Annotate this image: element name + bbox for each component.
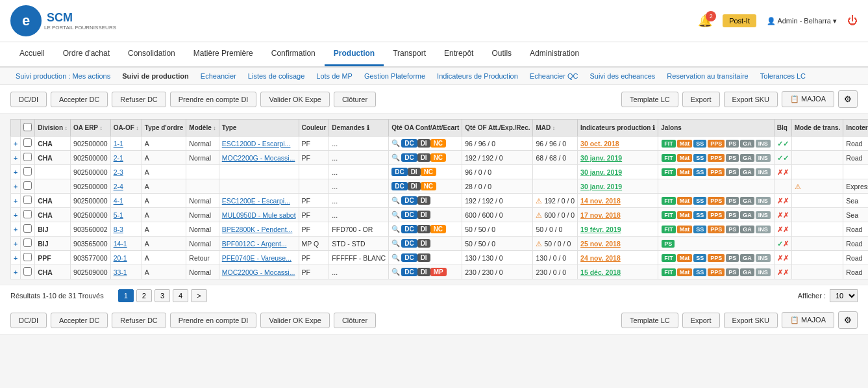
row-checkbox[interactable] <box>23 167 32 175</box>
subnav-item-echeancier[interactable]: Echeancier <box>195 70 242 82</box>
expand-cell[interactable]: + <box>11 151 21 165</box>
page-btn-2[interactable]: 2 <box>136 289 152 302</box>
expand-cell[interactable]: + <box>11 265 21 279</box>
search-icon[interactable]: 🔍 <box>391 153 400 161</box>
subnav-item-indicateurs[interactable]: Indicateurs de Production <box>432 70 523 82</box>
search-icon[interactable]: 🔍 <box>391 268 400 276</box>
search-icon[interactable]: 🔍 <box>391 211 400 218</box>
mad-date[interactable]: 24 nov. 2018 <box>580 254 621 262</box>
search-icon[interactable]: 🔍 <box>391 196 400 204</box>
modele-cell[interactable] <box>219 165 299 179</box>
subnav-item-tolerances[interactable]: Tolerances LC <box>755 70 811 82</box>
notifications-button[interactable]: 🔔 2 <box>698 14 712 28</box>
subnav-item-suivi[interactable]: Suivi de production <box>117 70 194 82</box>
row-checkbox[interactable] <box>23 138 32 147</box>
modele-cell[interactable]: MOC2200G - Mocassi... <box>219 151 299 165</box>
di-badge[interactable]: DI <box>417 253 430 262</box>
mad-cell[interactable]: 15 déc. 2018 <box>578 265 658 279</box>
expand-cell[interactable]: + <box>11 237 21 251</box>
row-checkbox[interactable] <box>23 210 32 218</box>
mad-cell[interactable]: 19 févr. 2019 <box>578 222 658 237</box>
page-btn->[interactable]: > <box>191 289 206 302</box>
mad-date[interactable]: 14 nov. 2018 <box>580 197 621 205</box>
settings-button[interactable]: ⚙ <box>838 311 858 329</box>
oa-of-cell[interactable]: 4-1 <box>110 194 142 208</box>
mad-cell[interactable]: 17 nov. 2018 <box>578 208 658 222</box>
template-button[interactable]: Template LC <box>621 92 678 107</box>
dc-badge[interactable]: DC <box>391 182 407 190</box>
export-button[interactable]: Export <box>682 313 720 328</box>
di-badge[interactable]: DI <box>417 153 430 162</box>
dc-badge[interactable]: DC <box>401 196 417 205</box>
power-button[interactable]: ⏻ <box>847 15 858 27</box>
export_sku-button[interactable]: Export SKU <box>724 92 778 107</box>
oa-of-cell[interactable]: 2-3 <box>110 165 142 179</box>
oa-of-cell[interactable]: 2-4 <box>110 179 142 194</box>
subnav-item-gestion[interactable]: Gestion Plateforme <box>359 70 430 82</box>
modele-cell[interactable]: ESC1200D - Escarpi... <box>219 136 299 151</box>
postit-button[interactable]: Post-It <box>723 14 756 27</box>
refuser-button[interactable]: Refuser DC <box>112 92 166 107</box>
expand-cell[interactable]: + <box>11 179 21 194</box>
modele-cell[interactable]: BPE2800K - Pendent... <box>219 222 299 237</box>
modele-cell[interactable] <box>219 179 299 194</box>
expand-cell[interactable]: + <box>11 251 21 265</box>
dc-badge[interactable]: DC <box>401 239 417 248</box>
mad-date[interactable]: 17 nov. 2018 <box>580 211 621 219</box>
th-oa-of[interactable]: OA-OF <box>110 120 142 136</box>
oa-of-cell[interactable]: 14-1 <box>110 237 142 251</box>
mad-cell[interactable]: 30 janv. 2019 <box>578 165 658 179</box>
expand-cell[interactable]: + <box>11 222 21 237</box>
valider-button[interactable]: Valider OK Expe <box>260 313 330 328</box>
mp-badge[interactable]: MP <box>430 268 447 276</box>
expand-cell[interactable]: + <box>11 136 21 151</box>
majoa-button[interactable]: 📋 MAJOA <box>782 91 834 107</box>
di-badge[interactable]: DI <box>417 211 430 219</box>
nav-item-production[interactable]: Production <box>325 42 384 66</box>
modele-cell[interactable]: BPF0012C - Argent... <box>219 237 299 251</box>
show-select[interactable]: 10 25 50 <box>830 289 858 302</box>
oa-of-cell[interactable]: 33-1 <box>110 265 142 279</box>
modele-cell[interactable]: ESC1200E - Escarpi... <box>219 194 299 208</box>
template-button[interactable]: Template LC <box>621 313 678 328</box>
mad-cell[interactable]: 24 nov. 2018 <box>578 251 658 265</box>
row-checkbox[interactable] <box>23 253 32 261</box>
oa-of-cell[interactable]: 8-3 <box>110 222 142 237</box>
nav-item-ordre[interactable]: Ordre d'achat <box>54 42 119 66</box>
subnav-item-mes-actions[interactable]: Suivi production : Mes actions <box>10 70 116 82</box>
dc-badge[interactable]: DC <box>401 268 417 276</box>
prendre-button[interactable]: Prendre en compte DI <box>170 92 257 107</box>
row-checkbox[interactable] <box>23 181 32 190</box>
row-checkbox[interactable] <box>23 224 32 233</box>
subnav-item-reservation[interactable]: Reservation au transitaire <box>662 70 753 82</box>
oa-of-cell[interactable]: 2-1 <box>110 151 142 165</box>
nc-badge[interactable]: NC <box>421 182 436 190</box>
di-badge[interactable]: DI <box>417 225 430 233</box>
expand-cell[interactable]: + <box>11 208 21 222</box>
dc-badge[interactable]: DC <box>401 253 417 262</box>
mad-cell[interactable]: 30 oct. 2018 <box>578 136 658 151</box>
nc-badge[interactable]: NC <box>421 168 436 176</box>
subnav-item-colisage[interactable]: Listes de colisage <box>243 70 310 82</box>
valider-button[interactable]: Valider OK Expe <box>260 92 330 107</box>
modele-cell[interactable]: PFE0740E - Vareuse... <box>219 251 299 265</box>
page-btn-4[interactable]: 4 <box>173 289 188 302</box>
nc-badge[interactable]: NC <box>430 139 446 148</box>
nav-item-accueil[interactable]: Accueil <box>10 42 54 66</box>
mad-cell[interactable]: 30 janv. 2019 <box>578 179 658 194</box>
di-badge[interactable]: DI <box>417 139 430 148</box>
dc-badge[interactable]: DC <box>401 225 417 233</box>
subnav-item-echeancier-qc[interactable]: Echeancier QC <box>525 70 584 82</box>
settings-button[interactable]: ⚙ <box>838 90 858 108</box>
accepter-button[interactable]: Accepter DC <box>51 313 108 328</box>
mad-date[interactable]: 30 janv. 2019 <box>580 168 622 176</box>
nav-item-confirmation[interactable]: Confirmation <box>262 42 325 66</box>
mad-date[interactable]: 30 janv. 2019 <box>580 154 622 162</box>
accepter-button[interactable]: Accepter DC <box>51 92 108 107</box>
majoa-button[interactable]: 📋 MAJOA <box>782 312 834 328</box>
modele-cell[interactable]: MUL0950D - Mule sabot <box>219 208 299 222</box>
modele-cell[interactable]: MOC2200G - Mocassi... <box>219 265 299 279</box>
refuser-button[interactable]: Refuser DC <box>112 313 166 328</box>
mad-cell[interactable]: 14 nov. 2018 <box>578 194 658 208</box>
nav-item-outils[interactable]: Outils <box>482 42 521 66</box>
